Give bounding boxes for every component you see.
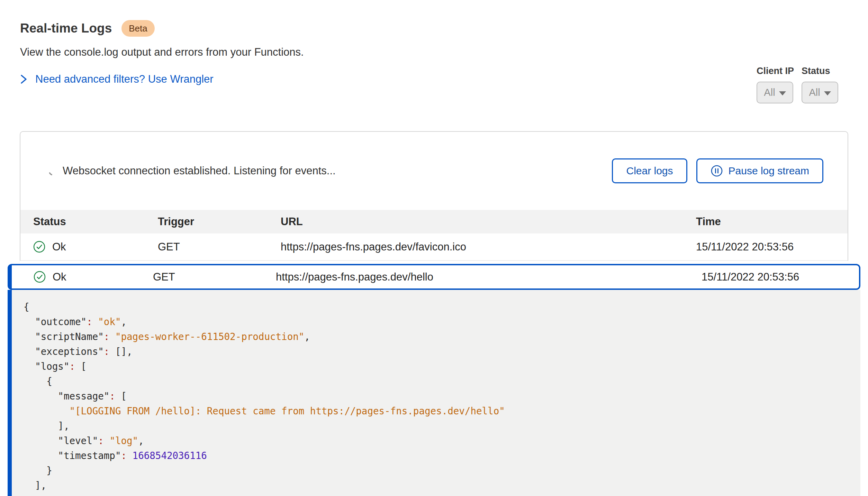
logs-card: Websocket connection established. Listen…	[20, 131, 848, 261]
beta-badge: Beta	[121, 20, 155, 37]
pause-log-stream-label: Pause log stream	[729, 165, 809, 177]
status-filter-label: Status	[802, 66, 830, 76]
page-title: Real-time Logs	[20, 21, 112, 36]
pause-icon	[711, 165, 723, 177]
log-detail-panel: { "outcome": "ok", "scriptName": "pages-…	[8, 290, 860, 496]
client-ip-filter-select[interactable]: All	[757, 82, 793, 103]
row-url: https://pages-fns.pages.dev/hello	[276, 271, 702, 283]
status-filter-value: All	[809, 87, 820, 98]
clear-logs-button[interactable]: Clear logs	[612, 158, 687, 183]
row-trigger: GET	[158, 241, 281, 253]
chevron-right-icon	[20, 73, 28, 85]
spinner-icon	[48, 166, 57, 175]
websocket-status-bar: Websocket connection established. Listen…	[20, 132, 848, 210]
wrangler-link[interactable]: Need advanced filters? Use Wrangler	[35, 73, 214, 85]
log-actions: Clear logs Pause log stream	[612, 158, 823, 183]
table-header: Status Trigger URL Time	[20, 210, 848, 233]
client-ip-filter-label: Client IP	[757, 66, 794, 76]
client-ip-filter-group: Client IP All	[757, 66, 794, 103]
clear-logs-label: Clear logs	[626, 165, 673, 177]
check-circle-icon	[34, 271, 46, 283]
check-circle-icon	[33, 241, 45, 253]
row-status: Ok	[52, 241, 66, 253]
status-filter-select[interactable]: All	[802, 82, 838, 103]
row-trigger: GET	[153, 271, 276, 283]
table-row[interactable]: Ok GET https://pages-fns.pages.dev/favic…	[20, 233, 848, 261]
realtime-logs-page: Real-time Logs Beta View the console.log…	[0, 0, 868, 496]
pause-log-stream-button[interactable]: Pause log stream	[696, 158, 823, 183]
filters: Client IP All Status All	[757, 66, 838, 103]
row-url: https://pages-fns.pages.dev/favicon.ico	[281, 241, 696, 253]
caret-down-icon	[824, 91, 831, 95]
client-ip-filter-value: All	[764, 87, 775, 98]
table-row-selected[interactable]: Ok GET https://pages-fns.pages.dev/hello…	[8, 264, 860, 290]
expanded-log-entry: Ok GET https://pages-fns.pages.dev/hello…	[8, 264, 860, 496]
websocket-status-text: Websocket connection established. Listen…	[63, 165, 336, 177]
page-subtitle: View the console.log output and errors f…	[20, 46, 304, 58]
row-time: 15/11/2022 20:53:56	[702, 271, 859, 283]
row-status: Ok	[53, 271, 66, 283]
column-header-status: Status	[33, 215, 158, 228]
column-header-time: Time	[696, 215, 848, 228]
log-detail-json: { "outcome": "ok", "scriptName": "pages-…	[24, 300, 860, 493]
status-filter-group: Status All	[802, 66, 838, 103]
page-header: Real-time Logs Beta View the console.log…	[20, 20, 304, 85]
column-header-url: URL	[281, 215, 696, 228]
caret-down-icon	[779, 91, 786, 95]
row-time: 15/11/2022 20:53:56	[696, 241, 848, 253]
column-header-trigger: Trigger	[158, 215, 281, 228]
